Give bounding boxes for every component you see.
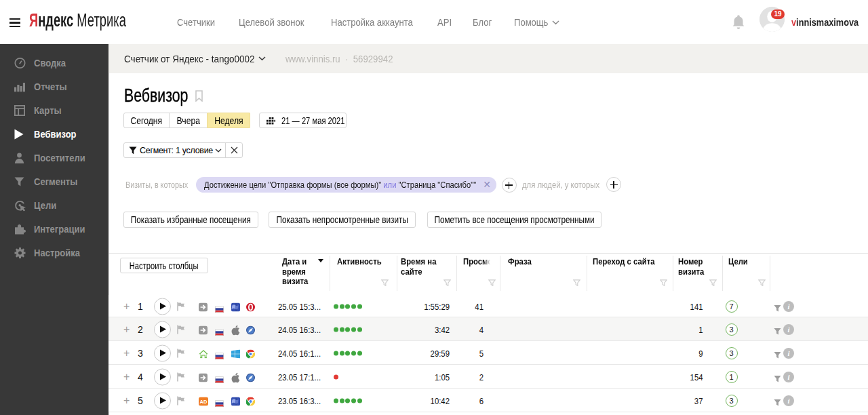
svg-text:AD: AD [199,399,207,405]
